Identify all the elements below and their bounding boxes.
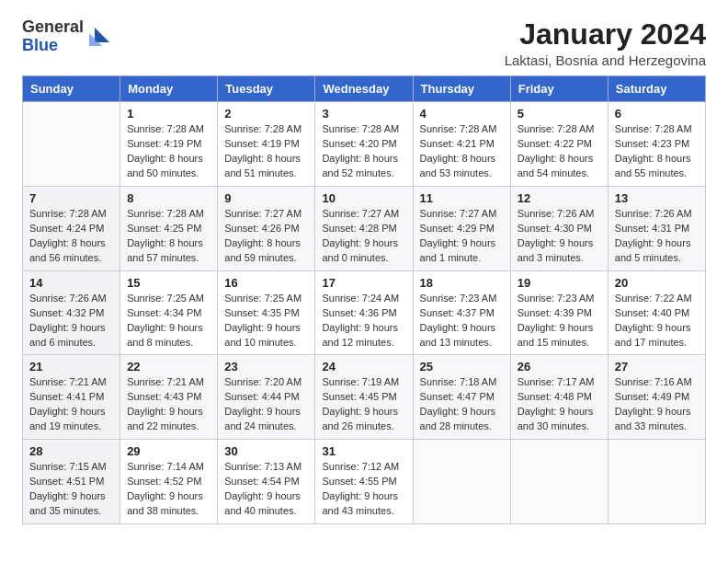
week-row-4: 21Sunrise: 7:21 AMSunset: 4:41 PMDayligh… — [23, 355, 706, 440]
day-cell: 30Sunrise: 7:13 AMSunset: 4:54 PMDayligh… — [218, 440, 315, 524]
day-cell: 17Sunrise: 7:24 AMSunset: 4:36 PMDayligh… — [315, 270, 413, 355]
day-number: 18 — [420, 276, 504, 290]
day-number: 5 — [518, 107, 601, 121]
day-header-monday: Monday — [120, 76, 218, 102]
day-header-saturday: Saturday — [608, 76, 705, 102]
day-detail: Sunrise: 7:28 AMSunset: 4:24 PMDaylight:… — [29, 207, 113, 266]
day-detail: Sunrise: 7:27 AMSunset: 4:29 PMDaylight:… — [420, 207, 504, 266]
day-cell: 8Sunrise: 7:28 AMSunset: 4:25 PMDaylight… — [120, 186, 218, 270]
day-detail: Sunrise: 7:26 AMSunset: 4:32 PMDaylight:… — [29, 292, 113, 350]
day-cell: 28Sunrise: 7:15 AMSunset: 4:51 PMDayligh… — [23, 440, 120, 524]
day-headers-row: SundayMondayTuesdayWednesdayThursdayFrid… — [23, 76, 706, 102]
day-cell — [510, 440, 608, 524]
day-detail: Sunrise: 7:12 AMSunset: 4:55 PMDaylight:… — [322, 460, 405, 519]
day-cell: 21Sunrise: 7:21 AMSunset: 4:41 PMDayligh… — [23, 355, 120, 440]
day-cell: 9Sunrise: 7:27 AMSunset: 4:26 PMDaylight… — [218, 186, 315, 270]
day-number: 23 — [224, 360, 308, 373]
day-detail: Sunrise: 7:17 AMSunset: 4:48 PMDaylight:… — [518, 375, 601, 434]
header-row: General Blue January 2024 Laktasi, Bosni… — [22, 18, 706, 68]
logo-blue: Blue — [22, 36, 58, 54]
day-detail: Sunrise: 7:28 AMSunset: 4:23 PMDaylight:… — [615, 122, 699, 181]
day-cell: 15Sunrise: 7:25 AMSunset: 4:34 PMDayligh… — [120, 270, 218, 355]
day-cell: 12Sunrise: 7:26 AMSunset: 4:30 PMDayligh… — [510, 186, 608, 270]
day-number: 1 — [127, 107, 210, 121]
day-number: 9 — [224, 191, 308, 205]
day-detail: Sunrise: 7:25 AMSunset: 4:34 PMDaylight:… — [127, 292, 210, 350]
day-number: 26 — [518, 360, 601, 373]
day-number: 21 — [29, 360, 113, 373]
day-number: 12 — [518, 191, 601, 205]
week-row-5: 28Sunrise: 7:15 AMSunset: 4:51 PMDayligh… — [23, 440, 706, 524]
day-cell: 20Sunrise: 7:22 AMSunset: 4:40 PMDayligh… — [608, 270, 705, 355]
day-number: 28 — [29, 444, 113, 458]
day-number: 29 — [127, 444, 210, 458]
main-title: January 2024 — [505, 18, 706, 51]
day-cell: 3Sunrise: 7:28 AMSunset: 4:20 PMDaylight… — [315, 102, 413, 187]
day-number: 7 — [29, 191, 113, 205]
day-number: 16 — [224, 276, 308, 290]
day-detail: Sunrise: 7:15 AMSunset: 4:51 PMDaylight:… — [29, 460, 113, 519]
day-number: 27 — [615, 360, 699, 373]
svg-marker-0 — [95, 28, 109, 42]
logo: General Blue — [22, 18, 111, 55]
day-cell — [23, 102, 120, 187]
day-detail: Sunrise: 7:28 AMSunset: 4:19 PMDaylight:… — [224, 122, 308, 181]
subtitle: Laktasi, Bosnia and Herzegovina — [505, 52, 706, 68]
day-header-wednesday: Wednesday — [315, 76, 413, 102]
day-detail: Sunrise: 7:28 AMSunset: 4:25 PMDaylight:… — [127, 207, 210, 266]
week-row-3: 14Sunrise: 7:26 AMSunset: 4:32 PMDayligh… — [23, 270, 706, 355]
day-header-sunday: Sunday — [23, 76, 120, 102]
day-detail: Sunrise: 7:28 AMSunset: 4:19 PMDaylight:… — [127, 122, 210, 181]
day-detail: Sunrise: 7:21 AMSunset: 4:43 PMDaylight:… — [127, 375, 210, 434]
day-detail: Sunrise: 7:28 AMSunset: 4:21 PMDaylight:… — [420, 122, 504, 181]
day-detail: Sunrise: 7:19 AMSunset: 4:45 PMDaylight:… — [322, 375, 405, 434]
day-number: 4 — [420, 107, 504, 121]
day-number: 19 — [518, 276, 601, 290]
day-number: 14 — [29, 276, 113, 290]
day-detail: Sunrise: 7:14 AMSunset: 4:52 PMDaylight:… — [127, 460, 210, 519]
day-detail: Sunrise: 7:26 AMSunset: 4:31 PMDaylight:… — [615, 207, 699, 266]
day-header-friday: Friday — [510, 76, 608, 102]
day-number: 2 — [224, 107, 308, 121]
day-cell: 2Sunrise: 7:28 AMSunset: 4:19 PMDaylight… — [218, 102, 315, 187]
day-cell — [608, 440, 705, 524]
day-detail: Sunrise: 7:26 AMSunset: 4:30 PMDaylight:… — [518, 207, 601, 266]
day-number: 22 — [127, 360, 210, 373]
day-number: 8 — [127, 191, 210, 205]
day-cell: 31Sunrise: 7:12 AMSunset: 4:55 PMDayligh… — [315, 440, 413, 524]
day-cell: 1Sunrise: 7:28 AMSunset: 4:19 PMDaylight… — [120, 102, 218, 187]
day-detail: Sunrise: 7:27 AMSunset: 4:28 PMDaylight:… — [322, 207, 405, 266]
day-cell: 24Sunrise: 7:19 AMSunset: 4:45 PMDayligh… — [315, 355, 413, 440]
day-header-tuesday: Tuesday — [218, 76, 315, 102]
day-cell: 16Sunrise: 7:25 AMSunset: 4:35 PMDayligh… — [218, 270, 315, 355]
day-detail: Sunrise: 7:13 AMSunset: 4:54 PMDaylight:… — [224, 460, 308, 519]
day-cell: 13Sunrise: 7:26 AMSunset: 4:31 PMDayligh… — [608, 186, 705, 270]
day-number: 6 — [615, 107, 699, 121]
day-detail: Sunrise: 7:21 AMSunset: 4:41 PMDaylight:… — [29, 375, 113, 434]
day-number: 31 — [322, 444, 405, 458]
day-cell: 6Sunrise: 7:28 AMSunset: 4:23 PMDaylight… — [608, 102, 705, 187]
logo-icon — [85, 24, 111, 50]
day-number: 17 — [322, 276, 405, 290]
day-cell: 27Sunrise: 7:16 AMSunset: 4:49 PMDayligh… — [608, 355, 705, 440]
day-cell: 7Sunrise: 7:28 AMSunset: 4:24 PMDaylight… — [23, 186, 120, 270]
day-detail: Sunrise: 7:22 AMSunset: 4:40 PMDaylight:… — [615, 292, 699, 350]
day-number: 11 — [420, 191, 504, 205]
day-number: 30 — [224, 444, 308, 458]
day-detail: Sunrise: 7:27 AMSunset: 4:26 PMDaylight:… — [224, 207, 308, 266]
day-cell: 26Sunrise: 7:17 AMSunset: 4:48 PMDayligh… — [510, 355, 608, 440]
day-cell: 18Sunrise: 7:23 AMSunset: 4:37 PMDayligh… — [413, 270, 510, 355]
day-cell: 4Sunrise: 7:28 AMSunset: 4:21 PMDaylight… — [413, 102, 510, 187]
day-detail: Sunrise: 7:20 AMSunset: 4:44 PMDaylight:… — [224, 375, 308, 434]
week-row-2: 7Sunrise: 7:28 AMSunset: 4:24 PMDaylight… — [23, 186, 706, 270]
day-cell: 29Sunrise: 7:14 AMSunset: 4:52 PMDayligh… — [120, 440, 218, 524]
calendar-table: SundayMondayTuesdayWednesdayThursdayFrid… — [22, 75, 706, 524]
day-number: 13 — [615, 191, 699, 205]
day-detail: Sunrise: 7:24 AMSunset: 4:36 PMDaylight:… — [322, 292, 405, 350]
day-cell: 22Sunrise: 7:21 AMSunset: 4:43 PMDayligh… — [120, 355, 218, 440]
day-detail: Sunrise: 7:18 AMSunset: 4:47 PMDaylight:… — [420, 375, 504, 434]
day-cell: 23Sunrise: 7:20 AMSunset: 4:44 PMDayligh… — [218, 355, 315, 440]
day-cell: 14Sunrise: 7:26 AMSunset: 4:32 PMDayligh… — [23, 270, 120, 355]
day-detail: Sunrise: 7:25 AMSunset: 4:35 PMDaylight:… — [224, 292, 308, 350]
week-row-1: 1Sunrise: 7:28 AMSunset: 4:19 PMDaylight… — [23, 102, 706, 187]
